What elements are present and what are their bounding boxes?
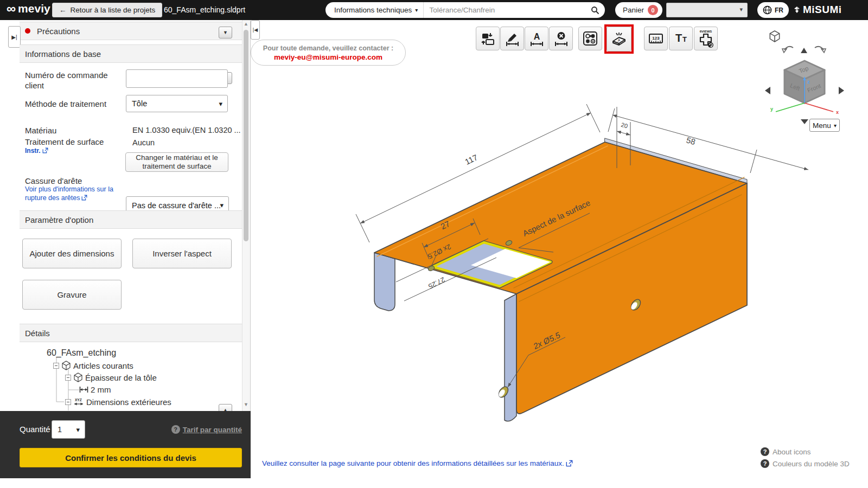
tree-expander-icon[interactable] [65, 375, 71, 381]
engraving-button[interactable]: Gravure [22, 280, 122, 310]
back-label: Retour à la liste de projets [71, 6, 156, 14]
globe-icon [763, 5, 772, 15]
quantity-value: 1 [58, 425, 62, 434]
details-header: Détails ▲ [20, 324, 242, 342]
sidebar-scrollbar-thumb[interactable] [244, 30, 248, 241]
cart-button[interactable]: Panier 0 [615, 2, 662, 18]
reorder-dimension-button[interactable] [476, 27, 500, 50]
invert-aspect-button[interactable]: Inverser l'aspect [132, 239, 232, 268]
view-right-arrow[interactable] [839, 87, 844, 94]
add-dimensions-button[interactable]: Ajouter des dimensions [22, 239, 122, 268]
search-field-wrap [423, 2, 605, 18]
change-material-button[interactable]: Changer le matériau et le traitement de … [125, 152, 228, 172]
option-params-header: Paramètre d'option ▲ [20, 210, 242, 229]
quantity-pricing-link[interactable]: ? Tarif par quantité [171, 425, 242, 434]
material-value: EN 1.0330 equiv.(EN 1.0320 ... [132, 126, 233, 134]
external-link-icon [42, 147, 48, 153]
tree-item-label: Épaisseur de la tôle [85, 373, 157, 382]
meviy-logo-text: meviy [18, 2, 50, 15]
info-type-select[interactable]: Informations techniques ▾ [326, 2, 423, 18]
confirm-quote-button[interactable]: Confirmer les conditions du devis [20, 448, 242, 467]
info-type-value: Informations techniques [334, 6, 412, 14]
cube-view-icon[interactable] [768, 30, 781, 43]
materials-info-text: Veuillez consulter la page suivante pour… [262, 459, 564, 467]
search-icon[interactable] [591, 6, 599, 15]
view-menu-label: Menu [813, 121, 831, 130]
view-cube[interactable]: Top Left Front z y x [764, 53, 845, 125]
edge-break-info-link[interactable]: Voir plus d'informations sur la rupture … [25, 185, 123, 203]
precautions-title: Précautions [37, 27, 80, 36]
base-info-title: Informations de base [25, 49, 101, 59]
x-axis-label: x [836, 110, 839, 115]
instructions-link[interactable]: Instr. [25, 147, 48, 156]
tree-item-thickness[interactable]: Épaisseur de la tôle [65, 373, 157, 382]
model-colors-text: Couleurs du modèle 3D [773, 460, 850, 468]
hole-options-icon [583, 31, 598, 46]
about-icons-text: About icons [773, 448, 811, 456]
tree-expander-icon[interactable] [65, 399, 71, 405]
svg-text:27.25: 27.25 [427, 275, 446, 291]
edit-dimension-button[interactable] [500, 27, 524, 50]
text-size-icon: T T [673, 31, 688, 46]
search-bar: Informations techniques ▾ [326, 2, 605, 18]
svg-text:T: T [682, 35, 687, 43]
external-link-icon [566, 460, 573, 467]
scroll-up-icon[interactable]: ▲ [242, 21, 250, 28]
surface-treatment-value: Aucun [132, 138, 155, 147]
processing-method-value: Tôle [132, 99, 147, 108]
delete-dimension-button[interactable] [549, 27, 573, 50]
tree-root[interactable]: 60_FAsm_etching [47, 348, 116, 358]
materials-info-link[interactable]: Veuillez consulter la page suivante pour… [262, 459, 573, 467]
back-to-projects-button[interactable]: ← Retour à la liste de projets [52, 3, 162, 17]
text-size-button[interactable]: T T [669, 27, 693, 50]
edge-break-value: Pas de cassure d'arête ... [132, 201, 221, 210]
misumi-logo[interactable]: MiSUMi [793, 4, 842, 16]
cube-icon [73, 373, 83, 382]
precautions-expand-button[interactable]: ▼ [219, 27, 232, 38]
xyz-dimensions-icon: XYZ [73, 397, 84, 407]
y-axis-label: y [770, 106, 773, 112]
processing-method-select[interactable]: Tôle [126, 95, 228, 112]
dimension-text-button[interactable]: A [525, 27, 548, 50]
tree-item-thickness-value[interactable]: 2 mm [79, 385, 111, 394]
option-params-title: Paramètre d'option [25, 215, 93, 224]
scroll-down-icon[interactable]: ▼ [242, 402, 250, 409]
search-input[interactable] [429, 6, 591, 14]
tree-item-outer-dimensions[interactable]: XYZ Dimensions extérieures [65, 397, 171, 407]
chevron-down-icon: ▾ [415, 7, 418, 13]
base-info-header: Informations de base ▲ [20, 44, 242, 63]
meviy-logo[interactable]: ∞ meviy [7, 2, 50, 15]
sidebar-collapse-handle[interactable]: ▶| [8, 26, 21, 48]
surface-treatment-label: Traitement de surface [25, 137, 104, 147]
measure-button[interactable]: 123 [644, 27, 668, 50]
details-title: Détails [25, 329, 50, 338]
tree-expander-icon[interactable] [53, 363, 59, 369]
view-menu-button[interactable]: Menu [809, 119, 840, 132]
file-name: 60_FAsm_etching.sldprt [164, 5, 245, 14]
tree-item-label: 2 mm [91, 385, 111, 394]
about-icons-link[interactable]: ? About icons [761, 447, 811, 456]
tree-root-label: 60_FAsm_etching [47, 348, 116, 358]
view-down-arrow[interactable] [801, 119, 808, 124]
svg-text:117: 117 [463, 152, 479, 166]
svg-text:123: 123 [652, 36, 660, 41]
quantity-select[interactable]: 1 [52, 420, 85, 439]
six-views-button[interactable]: 6VIEWS [694, 27, 718, 50]
viewer-area: 117 58 20 27 27.25 2x Ø2.5 2x Ø5.5 Aspec… [251, 20, 868, 488]
etching-button[interactable]: A [607, 27, 631, 52]
model-colors-link[interactable]: ? Couleurs du modèle 3D [761, 459, 850, 468]
order-number-label: Numéro de commande client [25, 70, 123, 91]
hole-options-button[interactable] [578, 27, 602, 50]
back-arrow-icon: ← [59, 6, 67, 14]
order-number-input[interactable] [126, 69, 228, 88]
svg-text:6VIEWS: 6VIEWS [700, 30, 712, 33]
meviy-app: ∞ meviy ← Retour à la liste de projets 6… [0, 0, 868, 488]
question-icon: ? [171, 425, 180, 434]
etching-icon: A [611, 31, 627, 47]
dimension-icon [79, 386, 88, 393]
tree-item-articles[interactable]: Articles courants [53, 361, 133, 370]
language-button[interactable]: FR [757, 2, 789, 18]
etching-highlight-box: A [604, 24, 634, 54]
view-left-arrow[interactable] [765, 87, 770, 94]
account-select[interactable] [666, 3, 748, 17]
